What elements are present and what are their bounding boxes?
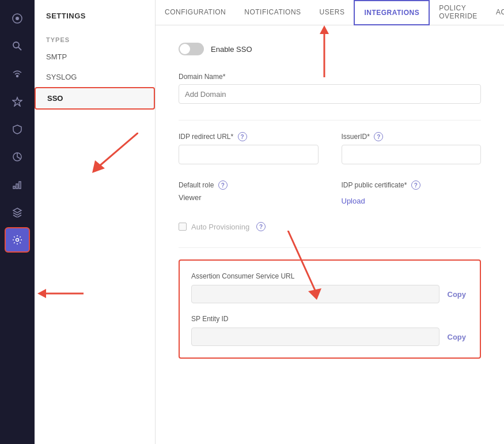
idp-url-label: IDP redirect URL* ? <box>179 132 319 141</box>
divider-1 <box>179 120 481 121</box>
main-content: CONFIGURATION NOTIFICATIONS USERS INTEGR… <box>156 0 504 444</box>
issuer-id-col: IssuerID* ? <box>342 132 482 164</box>
sidebar-item-search[interactable] <box>5 33 30 59</box>
nav-item-notifications[interactable]: NOTIFICATIONS <box>235 0 310 25</box>
icon-sidebar <box>0 0 35 444</box>
issuer-id-label: IssuerID* ? <box>342 132 482 141</box>
auto-provisioning-checkbox[interactable] <box>179 223 187 231</box>
sidebar-item-layers[interactable] <box>5 200 30 225</box>
auto-provisioning-help-icon[interactable]: ? <box>256 222 266 231</box>
content-panel: Enable SSO Domain Name* IDP redirect URL… <box>156 25 504 444</box>
idp-cert-col: IDP public certificate* ? Upload <box>342 180 482 206</box>
idp-issuer-row: IDP redirect URL* ? IssuerID* ? <box>179 132 481 164</box>
svg-marker-13 <box>13 97 22 106</box>
sidebar-item-graph[interactable] <box>5 144 30 170</box>
upload-link[interactable]: Upload <box>342 197 365 205</box>
enable-sso-label: Enable SSO <box>211 45 252 54</box>
domain-name-input[interactable] <box>179 84 481 104</box>
sidebar-item-settings[interactable] <box>5 227 30 253</box>
sidebar-item-star[interactable] <box>5 89 30 114</box>
svg-point-9 <box>16 17 19 20</box>
default-role-help-icon[interactable]: ? <box>218 180 228 190</box>
issuer-id-help-icon[interactable]: ? <box>374 132 383 141</box>
idp-url-help-icon[interactable]: ? <box>238 132 247 141</box>
enable-sso-row: Enable SSO <box>179 43 481 55</box>
svg-point-10 <box>13 42 19 48</box>
issuer-id-input[interactable] <box>342 145 482 164</box>
sidebar-item-dashboard[interactable] <box>5 6 30 31</box>
sidebar-item-reports[interactable] <box>5 172 30 197</box>
svg-rect-17 <box>19 182 21 189</box>
sidebar-item-wireless[interactable] <box>5 61 30 86</box>
domain-name-label: Domain Name* <box>179 73 481 81</box>
enable-sso-toggle[interactable] <box>179 43 204 55</box>
nav-item-integrations[interactable]: INTEGRATIONS <box>354 0 430 25</box>
types-label: Types <box>35 28 155 47</box>
settings-title: SETTINGS <box>35 6 155 28</box>
domain-name-section: Domain Name* <box>179 73 481 104</box>
role-cert-row: Default role ? Viewer IDP public certifi… <box>179 180 481 206</box>
acs-url-row: Copy <box>191 285 468 303</box>
sidebar-item-sso[interactable]: SSO <box>35 87 155 110</box>
sp-entity-id-input <box>191 328 439 346</box>
sp-entity-id-field: SP Entity ID Copy <box>191 315 468 346</box>
sp-entity-id-row: Copy <box>191 328 468 346</box>
svg-point-12 <box>17 76 18 77</box>
sidebar-item-syslog[interactable]: SYSLOG <box>35 67 155 87</box>
auto-provisioning-row: Auto Provisioning ? <box>179 222 481 231</box>
divider-2 <box>179 247 481 248</box>
settings-sidebar: SETTINGS Types SMTP SYSLOG SSO <box>35 0 156 444</box>
idp-cert-help-icon[interactable]: ? <box>411 180 420 190</box>
nav-item-policy-override[interactable]: POLICY OVERRIDE <box>430 0 487 25</box>
auto-provisioning-label: Auto Provisioning <box>191 223 249 231</box>
acs-url-field: Assertion Consumer Service URL Copy <box>191 272 468 303</box>
nav-item-configuration[interactable]: CONFIGURATION <box>156 0 235 25</box>
sp-entity-id-copy-button[interactable]: Copy <box>445 333 469 341</box>
svg-rect-16 <box>16 184 18 189</box>
idp-url-col: IDP redirect URL* ? <box>179 132 319 164</box>
acs-url-copy-button[interactable]: Copy <box>445 290 469 299</box>
default-role-value: Viewer <box>179 193 319 202</box>
sp-entity-id-label: SP Entity ID <box>191 315 468 323</box>
nav-item-users[interactable]: USERS <box>310 0 354 25</box>
idp-cert-label: IDP public certificate* ? <box>342 180 482 190</box>
top-nav: CONFIGURATION NOTIFICATIONS USERS INTEGR… <box>156 0 504 25</box>
readonly-section: Assertion Consumer Service URL Copy SP E… <box>179 259 481 359</box>
top-nav-items: CONFIGURATION NOTIFICATIONS USERS INTEGR… <box>156 0 504 25</box>
svg-point-18 <box>16 239 19 242</box>
sidebar-item-smtp[interactable]: SMTP <box>35 47 155 67</box>
nav-item-accounts[interactable]: ACCOUNTS <box>487 0 504 25</box>
svg-line-11 <box>18 47 21 50</box>
sidebar-item-shield[interactable] <box>5 116 30 142</box>
svg-rect-15 <box>13 186 15 189</box>
acs-url-input <box>191 285 439 303</box>
default-role-label: Default role ? <box>179 180 319 190</box>
acs-url-label: Assertion Consumer Service URL <box>191 272 468 280</box>
default-role-col: Default role ? Viewer <box>179 180 319 206</box>
idp-url-input[interactable] <box>179 145 319 164</box>
